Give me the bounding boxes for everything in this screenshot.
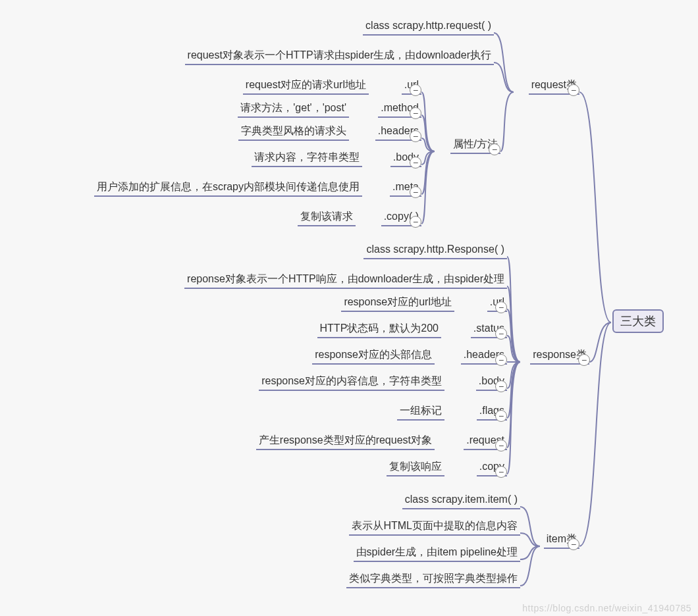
toggle-icon[interactable] bbox=[410, 157, 421, 168]
toggle-icon[interactable] bbox=[495, 440, 507, 451]
item-line: 由spider生成，由item pipeline处理 bbox=[354, 545, 520, 562]
toggle-icon[interactable] bbox=[495, 328, 507, 340]
toggle-icon[interactable] bbox=[578, 354, 590, 366]
toggle-icon[interactable] bbox=[410, 216, 421, 228]
item-line: class scrapy.item.item( ) bbox=[402, 492, 520, 509]
node-request-desc2: request对象表示一个HTTP请求由spider生成，由downloader… bbox=[185, 48, 494, 65]
toggle-icon[interactable] bbox=[568, 538, 579, 550]
attr-desc: HTTP状态码，默认为200 bbox=[317, 321, 441, 338]
toggle-icon[interactable] bbox=[495, 380, 507, 392]
attr-desc: 字典类型风格的请求头 bbox=[238, 124, 349, 141]
toggle-icon[interactable] bbox=[495, 354, 507, 366]
attr-desc: request对应的请求url地址 bbox=[243, 78, 369, 95]
toggle-icon[interactable] bbox=[489, 143, 500, 155]
toggle-icon[interactable] bbox=[410, 130, 421, 142]
attr-desc: 请求方法，'get'，'post' bbox=[238, 101, 349, 118]
root-label: 三大类 bbox=[620, 315, 656, 328]
root-node[interactable]: 三大类 bbox=[612, 309, 664, 333]
toggle-icon[interactable] bbox=[410, 186, 421, 198]
node-response-desc1: class scrapy.http.Response( ) bbox=[363, 242, 507, 259]
toggle-icon[interactable] bbox=[410, 84, 421, 96]
mindmap-canvas: 三大类 request类 class scrapy.http.request( … bbox=[0, 0, 698, 616]
toggle-icon[interactable] bbox=[495, 410, 507, 422]
attr-desc: 请求内容，字符串类型 bbox=[252, 150, 362, 167]
watermark-text: https://blog.csdn.net/weixin_41940785 bbox=[522, 603, 691, 613]
toggle-icon[interactable] bbox=[410, 107, 421, 119]
attr-desc: response对应的头部信息 bbox=[312, 347, 435, 365]
node-request-desc1: class scrapy.http.request( ) bbox=[363, 18, 494, 36]
attr-desc: response对应的内容信息，字符串类型 bbox=[259, 374, 444, 391]
toggle-icon[interactable] bbox=[495, 466, 507, 478]
attr-desc: 复制该响应 bbox=[387, 459, 444, 476]
node-response-desc2: reponse对象表示一个HTTP响应，由downloader生成，由spide… bbox=[184, 272, 507, 289]
item-line: 类似字典类型，可按照字典类型操作 bbox=[346, 571, 520, 588]
attr-desc: response对应的url地址 bbox=[341, 295, 454, 312]
attr-desc: 产生response类型对应的request对象 bbox=[256, 433, 435, 450]
attr-desc: 用户添加的扩展信息，在scrapy内部模块间传递信息使用 bbox=[94, 180, 362, 197]
toggle-icon[interactable] bbox=[495, 301, 507, 313]
toggle-icon[interactable] bbox=[568, 84, 579, 96]
attr-desc: 一组标记 bbox=[397, 403, 444, 421]
attr-desc: 复制该请求 bbox=[298, 209, 356, 226]
item-line: 表示从HTML页面中提取的信息内容 bbox=[349, 519, 520, 536]
